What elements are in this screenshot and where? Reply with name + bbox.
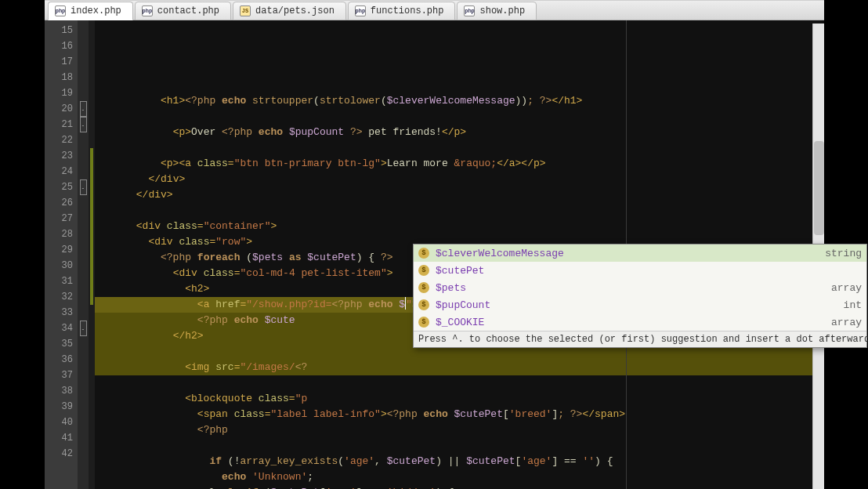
line-number[interactable]: 38 [45,383,78,399]
suggestion-type: array [831,317,862,328]
editor-area: 1516171819202122232425262728293031323334… [45,20,824,489]
vcs-gutter [89,20,95,489]
fold-toggle-icon[interactable]: - [80,179,87,195]
fold-gutter[interactable]: ---- [78,20,89,489]
line-number[interactable]: 27 [45,211,78,226]
suggestion-type: int [844,299,862,311]
code-line[interactable]: if (!array_key_exists('age', $cutePet) |… [95,454,824,469]
code-area[interactable]: $$cleverWelcomeMessagestring$$cutePet$$p… [95,20,824,489]
line-number[interactable]: 23 [45,148,78,164]
tab-label: data/pets.json [255,5,335,16]
vcs-change-marker [90,148,93,164]
code-line[interactable]: <img src="/images/<? [95,360,824,375]
line-number[interactable]: 15 [45,23,78,38]
line-number[interactable]: 20 [45,101,78,117]
line-number[interactable]: 24 [45,164,78,179]
line-number[interactable]: 37 [45,368,78,383]
line-number-gutter[interactable]: 1516171819202122232425262728293031323334… [45,20,78,489]
code-line[interactable]: <div class="container"> [95,219,824,234]
tab-show-php[interactable]: phpshow.php [457,2,537,20]
line-number[interactable]: 34 [45,321,78,336]
line-number[interactable]: 19 [45,85,78,101]
vcs-change-marker [90,273,93,289]
code-line[interactable] [95,438,824,454]
autocomplete-popup[interactable]: $$cleverWelcomeMessagestring$$cutePet$$p… [413,244,867,348]
vcs-change-marker [90,179,93,195]
code-line[interactable]: echo 'Unknown'; [95,469,824,485]
tab-bar: phpindex.phpphpcontact.phpJSdata/pets.js… [45,0,824,20]
scrollbar-thumb[interactable] [814,141,824,235]
variable-kind-icon: $ [418,317,429,328]
autocomplete-item[interactable]: $$cutePet [414,262,866,279]
code-line[interactable]: <blockquote class="p [95,391,824,407]
tab-data-pets-json[interactable]: JSdata/pets.json [233,2,346,20]
line-number[interactable]: 30 [45,258,78,273]
suggestion-name: $cutePet [436,265,484,277]
tab-functions-php[interactable]: phpfunctions.php [348,2,456,20]
php-file-icon: php [142,5,153,16]
line-number[interactable]: 22 [45,132,78,148]
line-number[interactable]: 39 [45,399,78,415]
code-line[interactable]: <?php [95,422,824,438]
variable-kind-icon: $ [418,265,429,276]
code-line[interactable] [95,140,824,156]
line-number[interactable]: 32 [45,289,78,305]
vcs-change-marker [90,211,93,226]
line-number[interactable]: 35 [45,336,78,352]
tab-label: index.php [71,5,121,16]
code-line[interactable]: } elseif ($cutePet['age'] == 'hidden') { [95,485,824,489]
code-line[interactable]: </div> [95,187,824,203]
code-line[interactable] [95,203,824,219]
line-number[interactable]: 18 [45,70,78,85]
tab-label: functions.php [371,5,444,16]
fold-toggle-icon[interactable]: - [80,117,87,132]
suggestion-type: string [825,248,862,259]
line-number[interactable]: 28 [45,226,78,242]
line-number[interactable]: 25 [45,179,78,195]
vcs-change-marker [90,226,93,242]
php-file-icon: php [55,5,66,16]
line-number[interactable]: 17 [45,54,78,70]
tab-contact-php[interactable]: phpcontact.php [135,2,231,20]
suggestion-name: $cleverWelcomeMessage [436,248,564,259]
code-line[interactable]: </div> [95,172,824,187]
code-line[interactable] [95,109,824,125]
line-number[interactable]: 40 [45,415,78,430]
line-number[interactable]: 16 [45,38,78,54]
tab-label: contact.php [157,5,219,16]
code-line[interactable]: <p><a class="btn btn-primary btn-lg">Lea… [95,156,824,172]
vcs-change-marker [90,289,93,305]
vcs-change-marker [90,164,93,179]
fold-toggle-icon[interactable]: - [80,101,87,117]
line-number[interactable]: 31 [45,273,78,289]
line-number[interactable]: 26 [45,195,78,211]
php-file-icon: php [355,5,366,16]
vcs-change-marker [90,242,93,258]
tab-label: show.php [479,5,525,16]
autocomplete-item[interactable]: $$petsarray [414,279,866,296]
code-line[interactable] [95,375,824,391]
autocomplete-item[interactable]: $$_COOKIEarray [414,313,866,331]
tab-index-php[interactable]: phpindex.php [48,2,133,20]
suggestion-name: $pets [436,282,466,294]
line-number[interactable]: 29 [45,242,78,258]
autocomplete-item[interactable]: $$cleverWelcomeMessagestring [414,244,866,262]
vcs-change-marker [90,195,93,211]
suggestion-name: $pupCount [436,299,490,311]
code-line[interactable]: <h1><?php echo strtoupper(strtolower($cl… [95,93,824,109]
suggestion-name: $_COOKIE [436,317,484,328]
suggestion-type: array [831,282,862,294]
code-line[interactable]: <p>Over <?php echo $pupCount ?> pet frie… [95,125,824,140]
variable-kind-icon: $ [418,248,429,259]
line-number[interactable]: 33 [45,305,78,321]
code-line[interactable]: <span class="label label-info"><?php ech… [95,407,824,422]
ide-window: phpindex.phpphpcontact.phpJSdata/pets.js… [45,0,824,489]
fold-toggle-icon[interactable]: - [80,321,87,336]
line-number[interactable]: 21 [45,117,78,132]
line-number[interactable]: 42 [45,446,78,462]
line-number[interactable]: 36 [45,352,78,368]
line-number[interactable]: 41 [45,430,78,446]
js-file-icon: JS [240,5,251,16]
variable-kind-icon: $ [418,282,429,293]
autocomplete-item[interactable]: $$pupCountint [414,296,866,313]
